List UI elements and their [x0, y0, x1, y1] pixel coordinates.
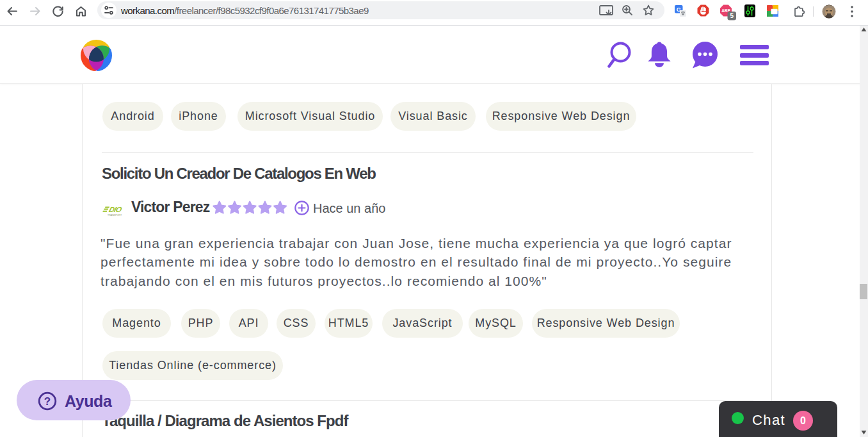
- svg-text:5: 5: [730, 12, 734, 19]
- svg-text:TRANSPORT: TRANSPORT: [108, 214, 122, 217]
- svg-text:?: ?: [44, 395, 51, 408]
- svg-text:DIO: DIO: [108, 205, 122, 213]
